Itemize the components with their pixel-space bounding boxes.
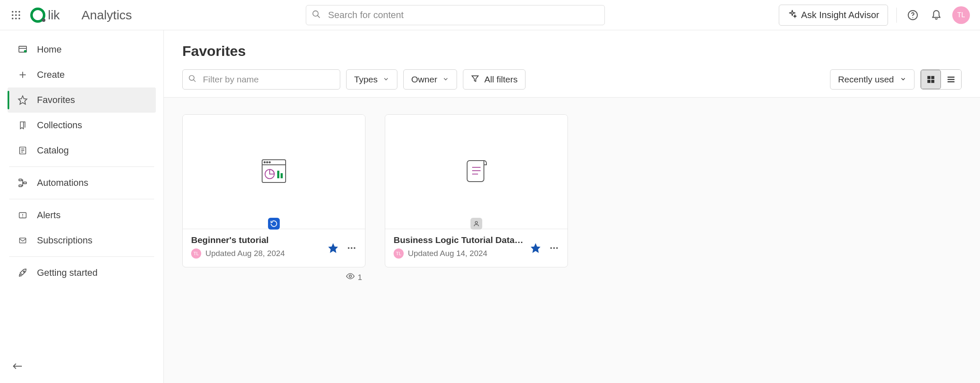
svg-rect-38 [931,76,934,79]
search-input[interactable] [306,5,605,25]
svg-rect-26 [24,182,26,184]
search-icon [312,10,321,21]
main: Favorites Types Owner [164,30,980,383]
owner-filter-button[interactable]: Owner [403,69,457,90]
divider [896,8,897,23]
sidebar-item-label: Create [37,69,65,80]
sidebar-item-label: Subscriptions [37,235,92,246]
sidebar-item-favorites[interactable]: Favorites [8,87,156,113]
global-search[interactable] [306,5,605,25]
svg-point-1 [15,11,17,13]
svg-rect-31 [20,238,26,243]
svg-point-64 [556,247,558,249]
sidebar-item-getting-started[interactable]: Getting started [8,260,156,285]
favorite-card[interactable]: Beginner's tutorial TL Updated Aug 28, 2… [182,114,365,267]
favorite-toggle[interactable] [530,242,541,256]
svg-rect-40 [931,80,934,83]
card-more-button[interactable] [549,243,559,255]
card-more-button[interactable] [347,243,357,255]
divider [9,166,154,167]
card-updated: Updated Aug 28, 2024 [205,249,285,258]
app-launcher-icon[interactable] [10,9,22,21]
sidebar-item-collections[interactable]: Collections [8,113,156,138]
all-filters-button[interactable]: All filters [463,69,525,90]
sidebar-item-label: Home [37,44,62,55]
sidebar-item-home[interactable]: Home [8,37,156,62]
svg-rect-39 [927,80,930,83]
filter-icon [471,74,479,85]
divider [9,256,154,257]
app-thumbnail-icon [260,158,287,186]
views-count: 1 [357,273,362,282]
svg-point-10 [42,18,45,22]
svg-marker-52 [328,243,338,253]
favorite-card[interactable]: Business Logic Tutorial Data Prep TL Upd… [385,114,568,267]
svg-point-5 [18,14,20,16]
svg-point-60 [475,222,477,224]
sidebar-item-label: Getting started [37,267,97,278]
svg-point-32 [24,271,25,272]
alert-icon [17,211,29,220]
script-thumbnail-icon [464,158,489,186]
sidebar-item-label: Favorites [37,95,75,106]
card-thumbnail [385,115,568,229]
sort-label: Recently used [838,74,894,85]
svg-point-34 [189,76,194,81]
sidebar-item-label: Catalog [37,145,69,156]
help-button[interactable] [905,8,920,23]
svg-point-2 [18,11,20,13]
svg-point-12 [313,11,318,16]
personal-badge-icon [470,218,482,230]
sidebar: Home Create Favorites Collections [0,30,164,383]
sidebar-item-label: Collections [37,120,82,131]
svg-point-56 [349,275,352,277]
types-label: Types [354,74,378,85]
svg-point-15 [912,17,913,18]
card-views: 1 [182,267,365,283]
sort-button[interactable]: Recently used [830,69,914,90]
reload-badge-icon [268,218,280,230]
card-title: Business Logic Tutorial Data Prep [394,235,525,245]
collapse-sidebar-button[interactable] [12,365,23,372]
notifications-button[interactable] [929,8,944,23]
svg-point-53 [348,247,349,249]
sidebar-item-alerts[interactable]: Alerts [8,203,156,228]
search-icon [188,74,197,85]
svg-point-3 [12,14,13,16]
svg-rect-51 [281,173,283,178]
ask-insight-advisor-button[interactable]: Ask Insight Advisor [779,5,888,26]
list-view-button[interactable] [941,70,961,89]
svg-point-47 [267,161,268,163]
svg-rect-25 [19,179,22,181]
sidebar-item-subscriptions[interactable]: Subscriptions [8,228,156,253]
view-toggle [920,69,962,90]
user-avatar[interactable]: TL [952,6,970,24]
filter-by-name-input[interactable] [182,69,340,90]
home-icon [17,45,29,55]
types-filter-button[interactable]: Types [346,69,397,90]
svg-line-35 [194,80,196,82]
grid-view-button[interactable] [921,70,941,89]
card-thumbnail [183,115,365,229]
sidebar-item-automations[interactable]: Automations [8,170,156,195]
qlik-logo-icon: lik [29,7,76,24]
bookmark-icon [17,120,29,130]
sidebar-item-create[interactable]: Create [8,62,156,87]
chevron-down-icon [383,74,389,85]
svg-marker-61 [531,243,540,253]
plus-icon [17,70,29,79]
topbar: lik Analytics Ask Insight Advisor [0,0,980,30]
page-title: Favorites [182,43,962,59]
svg-marker-20 [18,96,27,104]
svg-point-55 [354,247,355,249]
owner-avatar: TL [191,248,201,259]
all-filters-label: All filters [484,74,518,85]
favorite-toggle[interactable] [327,242,339,256]
sidebar-item-catalog[interactable]: Catalog [8,138,156,163]
svg-rect-37 [927,76,930,79]
brand[interactable]: lik Analytics [29,7,132,24]
owner-label: Owner [411,74,437,85]
svg-point-4 [15,14,17,16]
sidebar-item-label: Automations [37,177,88,188]
svg-marker-36 [472,76,478,81]
